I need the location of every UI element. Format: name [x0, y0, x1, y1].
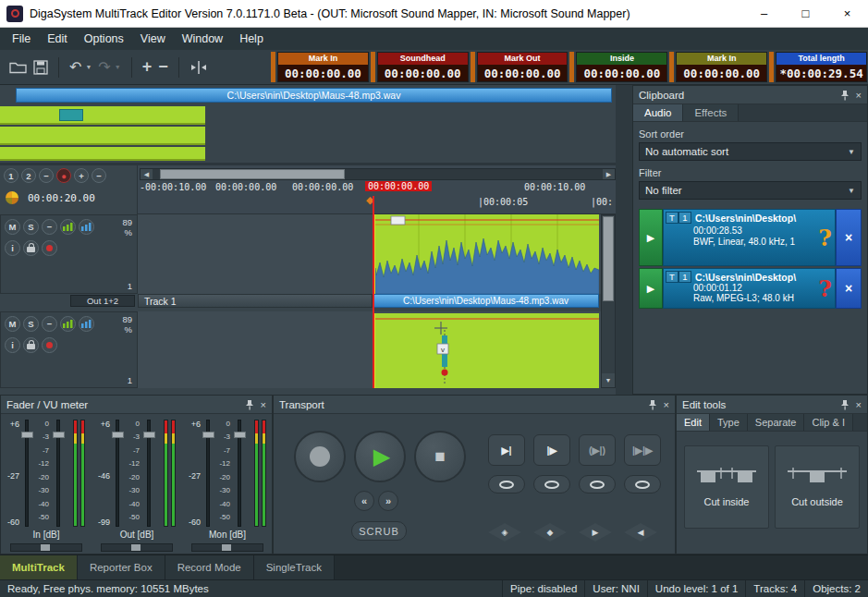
track-2-clip[interactable]: v [373, 313, 599, 388]
cut-outside-button[interactable]: Cut outside [775, 445, 860, 529]
play-from-mark-button[interactable]: |▶ [533, 434, 570, 466]
collapse-track-button[interactable]: − [42, 219, 57, 235]
menu-view[interactable]: View [132, 29, 174, 49]
scrub-button[interactable]: SCRUB [351, 521, 407, 541]
tab-effects[interactable]: Effects [683, 104, 739, 121]
fader-track[interactable] [56, 420, 60, 527]
counter-drag-handle[interactable] [669, 52, 674, 82]
pan-handle[interactable] [41, 544, 50, 551]
zoom-out-icon[interactable]: − [158, 57, 168, 77]
rewind-button[interactable]: « [354, 491, 374, 511]
eq-green-button[interactable] [60, 316, 76, 332]
tab-record-mode[interactable]: Record Mode [165, 555, 254, 579]
track-1-clip[interactable] [373, 214, 599, 294]
snap-icon[interactable] [189, 61, 208, 74]
loop-button[interactable] [579, 475, 616, 493]
record-button[interactable] [294, 431, 346, 482]
menu-file[interactable]: File [4, 29, 39, 49]
overview-track-bar[interactable] [0, 147, 205, 161]
fader-track[interactable] [206, 420, 210, 527]
fader-handle[interactable] [53, 432, 65, 438]
close-panel-icon[interactable]: × [856, 399, 862, 410]
panel-splitter[interactable] [616, 85, 632, 395]
close-button[interactable]: × [826, 0, 868, 28]
goto-mark-in-button[interactable]: ◈ [488, 523, 521, 542]
counter-drag-handle[interactable] [769, 52, 774, 82]
goto-mark-out-button[interactable]: ◆ [533, 523, 567, 542]
menu-window[interactable]: Window [174, 29, 231, 49]
remove-clip-button[interactable]: × [836, 268, 862, 309]
clipboard-item[interactable]: ▶ T 1 C:\Users\nin\Desktop\ 00:00:28.53 … [639, 209, 862, 266]
minimize-button[interactable]: – [743, 0, 785, 28]
lock-button[interactable] [23, 337, 39, 353]
close-panel-icon[interactable]: × [261, 399, 266, 410]
redo-icon[interactable]: ↷ [98, 58, 110, 76]
counter-drag-handle[interactable] [271, 52, 275, 82]
fader-handle[interactable] [112, 432, 124, 438]
counter-box[interactable]: Mark In 00:00:00.00 [277, 52, 369, 82]
counter-box[interactable]: Mark In 00:00:00.00 [676, 52, 767, 82]
output-routing-dropdown[interactable]: Out 1+2 [70, 295, 135, 307]
loop-button[interactable] [488, 475, 525, 493]
scroll-down-icon[interactable]: ▼ [602, 373, 615, 387]
fader-handle[interactable] [234, 432, 246, 438]
info-button[interactable]: i [5, 240, 20, 256]
pan-slider[interactable] [101, 543, 173, 552]
pin-icon[interactable] [648, 399, 657, 410]
playhead-line[interactable] [373, 196, 374, 388]
play-clip-button[interactable]: ▶ [639, 209, 663, 266]
play-to-mark-button[interactable]: ▶| [488, 434, 525, 466]
play-button[interactable]: ▶ [354, 431, 406, 482]
fader-handle[interactable] [143, 432, 155, 438]
tab-audio[interactable]: Audio [633, 104, 683, 121]
redo-dropdown-icon[interactable]: ▼ [115, 64, 121, 70]
counter-drag-handle[interactable] [471, 52, 475, 82]
track-1-name-bar[interactable]: Track 1 [138, 294, 373, 308]
scrollbar-thumb[interactable] [603, 216, 614, 301]
scrollbar-thumb[interactable] [160, 169, 345, 179]
remove-button[interactable]: − [92, 168, 106, 183]
fader-track[interactable] [116, 420, 119, 527]
counter-box[interactable]: Total length *00:00:29.54 [776, 52, 867, 82]
menu-options[interactable]: Options [76, 29, 132, 49]
tab-clip-item[interactable]: Clip & I [804, 414, 852, 431]
overview-track-bar[interactable] [0, 127, 205, 145]
group-2-button[interactable]: 2 [21, 168, 36, 183]
scroll-right-icon[interactable]: ▶ [603, 169, 615, 179]
scrollbar-track[interactable] [153, 169, 603, 179]
eq-blue-button[interactable] [79, 219, 94, 235]
fader-track[interactable] [238, 420, 241, 527]
pin-icon[interactable] [840, 90, 850, 101]
counter-box[interactable]: Inside 00:00:00.00 [576, 52, 667, 82]
menu-edit[interactable]: Edit [39, 29, 76, 49]
loop-button[interactable] [533, 475, 570, 493]
pan-handle[interactable] [131, 544, 141, 551]
sort-order-dropdown[interactable]: No automatic sort ▼ [639, 142, 862, 161]
step-back-button[interactable]: ◀ [624, 523, 657, 542]
close-panel-icon[interactable]: × [664, 399, 669, 410]
cut-inside-button[interactable]: Cut inside [684, 445, 769, 529]
info-button[interactable]: i [5, 337, 20, 353]
mute-button[interactable]: M [5, 316, 20, 332]
scroll-left-icon[interactable]: ◀ [141, 169, 153, 179]
zoom-in-icon[interactable]: + [142, 57, 153, 77]
play-clip-button[interactable]: ▶ [639, 268, 663, 309]
overview-selected-object[interactable]: C:\Users\nin\Desktop\Maus-48.mp3.wav [16, 88, 612, 103]
collapse-button[interactable]: − [39, 168, 54, 183]
play-over-mark-button[interactable]: (▶|) [579, 434, 616, 466]
solo-button[interactable]: S [23, 219, 39, 235]
group-1-button[interactable]: 1 [4, 168, 18, 183]
tab-edit[interactable]: Edit [677, 414, 710, 431]
counter-box[interactable]: Mark Out 00:00:00.00 [477, 52, 568, 82]
filter-dropdown[interactable]: No filter ▼ [639, 181, 862, 200]
open-folder-icon[interactable] [9, 60, 27, 74]
record-arm-button[interactable] [42, 337, 57, 353]
maximize-button[interactable]: □ [785, 0, 826, 28]
close-panel-icon[interactable]: × [856, 90, 862, 101]
mute-button[interactable]: M [5, 219, 20, 235]
solo-button[interactable]: S [23, 316, 39, 332]
undo-dropdown-icon[interactable]: ▼ [85, 64, 92, 70]
counter-box[interactable]: Soundhead 00:00:00.00 [377, 52, 469, 82]
clipboard-item[interactable]: ▶ T 1 C:\Users\nin\Desktop\ 00:00:01.12 … [639, 268, 862, 309]
save-icon[interactable] [33, 60, 48, 75]
